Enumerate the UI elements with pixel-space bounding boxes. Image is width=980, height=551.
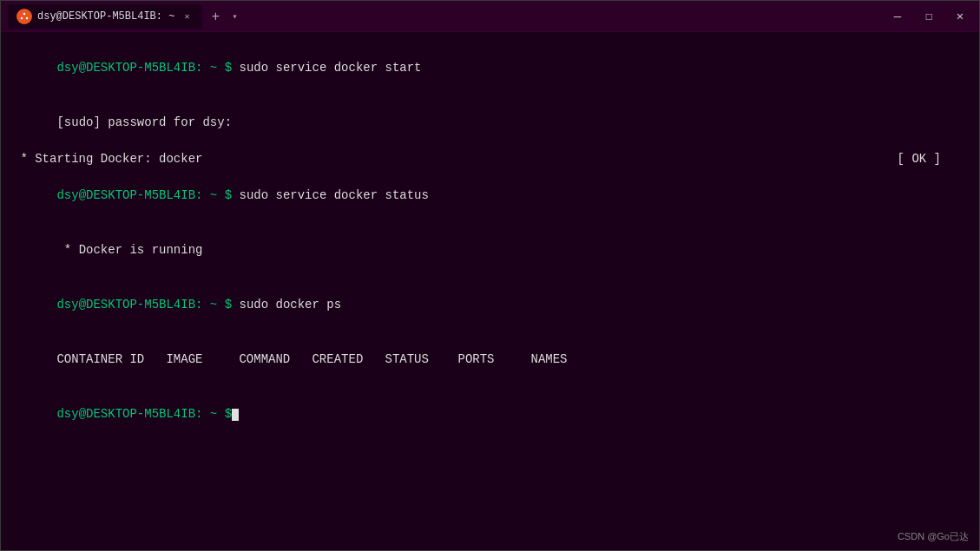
tab-dropdown-button[interactable]: ▾ [228, 10, 240, 23]
terminal-line-3: * Starting Docker: docker [ OK ] [13, 150, 967, 168]
table-header: CONTAINER ID IMAGE COMMAND CREATED STATU… [56, 352, 567, 366]
prompt-1: dsy@DESKTOP-M5BL4IB: [56, 61, 202, 75]
terminal-body[interactable]: dsy@DESKTOP-M5BL4IB: ~ $ sudo service do… [1, 32, 979, 550]
new-tab-button[interactable]: + [206, 7, 225, 26]
tilde-2: ~ [202, 188, 217, 202]
maximize-button[interactable]: ☐ [917, 4, 941, 29]
tab-group: dsy@DESKTOP-M5BL4IB: ~ ✕ + ▾ [8, 4, 240, 29]
minimize-button[interactable]: — [885, 4, 910, 29]
prompt-3: dsy@DESKTOP-M5BL4IB: [56, 298, 202, 312]
command-2: sudo service docker status [232, 188, 429, 202]
prompt-2: dsy@DESKTOP-M5BL4IB: [56, 188, 202, 202]
terminal-line-2: [sudo] password for dsy: [13, 95, 967, 150]
svg-point-3 [21, 16, 23, 19]
dollar-4: $ [217, 407, 232, 421]
tab-close-button[interactable]: ✕ [180, 10, 194, 23]
terminal-line-8: dsy@DESKTOP-M5BL4IB: ~ $ [13, 387, 967, 442]
titlebar: dsy@DESKTOP-M5BL4IB: ~ ✕ + ▾ — ☐ ✕ [1, 1, 979, 32]
terminal-line-4: dsy@DESKTOP-M5BL4IB: ~ $ sudo service do… [13, 168, 967, 223]
titlebar-controls: — ☐ ✕ [885, 4, 972, 29]
terminal-line-7: CONTAINER ID IMAGE COMMAND CREATED STATU… [13, 332, 967, 387]
close-button[interactable]: ✕ [948, 4, 972, 29]
command-3: sudo docker ps [232, 298, 341, 312]
svg-point-2 [26, 16, 29, 19]
dollar-1: $ [217, 61, 232, 75]
ubuntu-icon [16, 9, 32, 24]
dollar-3: $ [217, 298, 232, 312]
tilde-1: ~ [202, 61, 217, 75]
terminal-window: dsy@DESKTOP-M5BL4IB: ~ ✕ + ▾ — ☐ ✕ dsy@D… [0, 0, 980, 551]
terminal-line-6: dsy@DESKTOP-M5BL4IB: ~ $ sudo docker ps [13, 278, 967, 332]
terminal-line-5: * Docker is running [13, 223, 967, 278]
dollar-2: $ [217, 188, 232, 202]
command-1: sudo service docker start [232, 61, 421, 75]
active-tab[interactable]: dsy@DESKTOP-M5BL4IB: ~ ✕ [8, 4, 202, 29]
prompt-4: dsy@DESKTOP-M5BL4IB: [56, 407, 202, 421]
ok-status: [ OK ] [898, 150, 941, 168]
starting-docker-text: * Starting Docker: docker [13, 150, 202, 168]
tilde-3: ~ [202, 298, 217, 312]
titlebar-left: dsy@DESKTOP-M5BL4IB: ~ ✕ + ▾ [8, 4, 885, 29]
docker-running-text: * Docker is running [56, 243, 202, 257]
tab-title: dsy@DESKTOP-M5BL4IB: ~ [37, 10, 174, 23]
tilde-4: ~ [202, 407, 217, 421]
terminal-line-1: dsy@DESKTOP-M5BL4IB: ~ $ sudo service do… [13, 41, 967, 95]
sudo-password-text: [sudo] password for dsy: [56, 115, 232, 129]
svg-point-1 [23, 12, 26, 15]
terminal-cursor [232, 409, 239, 421]
watermark: CSDN @Go已达 [898, 530, 969, 543]
